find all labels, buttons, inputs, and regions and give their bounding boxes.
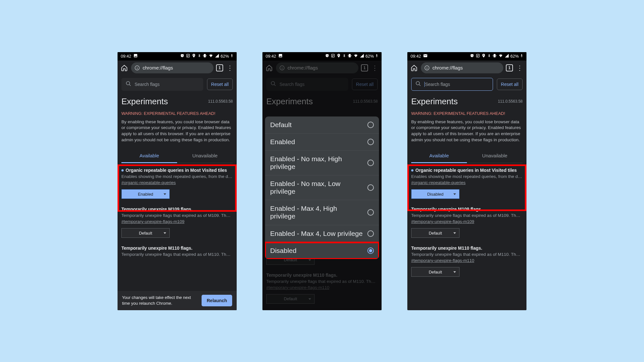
relaunch-bar: Your changes will take effect the next t…: [118, 291, 237, 310]
alarm-icon: [180, 53, 185, 59]
browser-toolbar: chrome://flags 1 ⋮: [118, 60, 237, 75]
flag-hash-link[interactable]: #temporary-unexpire-flags-m109: [411, 219, 474, 224]
battery-icon: [520, 53, 523, 59]
flag-dropdown-m110[interactable]: Default: [411, 267, 459, 277]
home-button[interactable]: [410, 64, 418, 72]
browser-toolbar: chrome://flags 1 ⋮: [407, 60, 526, 75]
page-title: Experiments: [411, 97, 458, 107]
bluetooth-icon: [487, 53, 491, 59]
flag-dropdown-organic[interactable]: Disabled: [411, 189, 459, 199]
reset-all-button[interactable]: Reset all: [497, 79, 523, 90]
radio-icon: [367, 139, 374, 145]
url-bar[interactable]: chrome://flags: [131, 62, 213, 73]
reset-all-button[interactable]: Reset all: [207, 79, 233, 90]
search-input[interactable]: Search flags: [121, 78, 203, 91]
signal-icon: [505, 53, 509, 59]
flag-desc: Temporarily unexpire flags that expired …: [121, 252, 233, 257]
warning-heading: WARNING: EXPERIMENTAL FEATURES AHEAD!: [121, 111, 233, 116]
flag-item-organic: Organic repeatable queries in Most Visit…: [121, 163, 233, 202]
site-info-icon[interactable]: [134, 65, 140, 71]
image-icon: [278, 53, 283, 59]
option-enabled-nomax-low[interactable]: Enabled - No max, Low privilege: [265, 175, 379, 200]
flag-desc: Temporarily unexpire flags that expired …: [411, 252, 523, 257]
location-icon: [481, 53, 486, 59]
flag-desc: Temporarily unexpire flags that expired …: [121, 213, 233, 218]
phone-screenshot-2: 09:42 62% chrome://flags 1 ⋮ Search flag…: [262, 52, 382, 310]
modified-dot-icon: [411, 169, 413, 172]
search-input[interactable]: Search flags: [411, 78, 493, 91]
vibrate-icon: [492, 53, 497, 59]
radio-selected-icon: [367, 247, 374, 254]
flag-dropdown-organic[interactable]: Enabled: [121, 189, 170, 199]
alarm-icon: [325, 53, 329, 59]
flag-hash-link[interactable]: #organic-repeatable-queries: [121, 180, 176, 185]
location-icon: [336, 53, 341, 59]
overflow-menu-button[interactable]: ⋮: [226, 64, 234, 72]
signal-icon: [215, 53, 219, 59]
status-time: 09:42: [121, 54, 131, 59]
option-enabled-nomax-high[interactable]: Enabled - No max, High privilege: [265, 151, 379, 175]
search-icon: [126, 81, 131, 88]
svg-rect-4: [476, 54, 479, 57]
flag-item-m110: Temporarily unexpire M110 flags. Tempora…: [121, 241, 233, 260]
radio-icon: [367, 160, 374, 166]
home-button[interactable]: [120, 64, 128, 72]
search-placeholder: Search flags: [424, 82, 450, 87]
battery-percent: 62%: [221, 54, 229, 59]
battery-icon: [375, 53, 378, 59]
url-text: chrome://flags: [143, 65, 173, 70]
tab-available[interactable]: Available: [121, 149, 177, 163]
status-bar: 09:42 62%: [407, 52, 526, 60]
flag-item-m110: Temporarily unexpire M110 flags. Tempora…: [411, 241, 523, 280]
url-bar[interactable]: chrome://flags: [421, 62, 503, 73]
status-time: 09:42: [411, 54, 421, 59]
wifi-icon: [498, 53, 503, 59]
radio-icon: [367, 122, 374, 128]
overflow-menu-button[interactable]: ⋮: [516, 64, 524, 72]
radio-icon: [367, 230, 374, 237]
radio-icon: [367, 184, 374, 191]
option-enabled[interactable]: Enabled: [265, 134, 379, 151]
svg-rect-2: [331, 54, 334, 57]
flag-hash-link[interactable]: #temporary-unexpire-flags-m109: [121, 219, 185, 224]
flag-hash-link[interactable]: #organic-repeatable-queries: [411, 180, 466, 185]
phone-screenshot-3: 09:42 62% chrome://flags 1 ⋮ Search flag…: [407, 52, 526, 310]
location-icon: [192, 53, 196, 59]
version-text: 111.0.5563.58: [498, 99, 523, 104]
site-info-icon[interactable]: [424, 65, 430, 71]
status-bar: 09:42 62%: [118, 52, 237, 60]
tabs-button[interactable]: 1: [216, 64, 223, 71]
flag-desc: Enables showing the most repeated querie…: [121, 174, 233, 179]
modified-dot-icon: [121, 169, 124, 172]
flag-hash-link[interactable]: #temporary-unexpire-flags-m110: [411, 258, 474, 263]
option-disabled[interactable]: Disabled: [265, 242, 379, 259]
svg-rect-0: [186, 54, 189, 57]
tab-available[interactable]: Available: [411, 149, 467, 163]
flag-dropdown-m109[interactable]: Default: [121, 228, 170, 238]
image-icon: [133, 53, 138, 59]
tabs-button[interactable]: 1: [506, 64, 513, 71]
nfc-icon: [331, 53, 335, 59]
flag-item-organic: Organic repeatable queries in Most Visit…: [411, 163, 523, 202]
flag-desc: Enables showing the most repeated querie…: [411, 174, 523, 179]
tab-unavailable[interactable]: Unavailable: [177, 149, 233, 163]
status-time: 09:42: [266, 54, 276, 59]
mail-icon: [423, 53, 428, 59]
bluetooth-icon: [197, 53, 201, 59]
phone-screenshot-1: 09:42 62% chrome://flags 1 ⋮: [118, 52, 237, 310]
battery-percent: 62%: [510, 54, 519, 59]
signal-icon: [360, 53, 364, 59]
url-text: chrome://flags: [432, 65, 463, 70]
nfc-icon: [476, 53, 480, 59]
flag-dropdown-m109[interactable]: Default: [411, 228, 459, 238]
radio-icon: [367, 209, 374, 216]
bluetooth-icon: [342, 53, 346, 59]
relaunch-button[interactable]: Relaunch: [202, 295, 232, 306]
wifi-icon: [353, 53, 358, 59]
page-title: Experiments: [121, 97, 168, 107]
option-enabled-max4-low[interactable]: Enabled - Max 4, Low privilege: [265, 225, 379, 242]
option-default[interactable]: Default: [265, 116, 379, 134]
status-bar: 09:42 62%: [262, 52, 382, 60]
option-enabled-max4-high[interactable]: Enabled - Max 4, High privilege: [265, 200, 379, 225]
tab-unavailable[interactable]: Unavailable: [467, 149, 523, 163]
